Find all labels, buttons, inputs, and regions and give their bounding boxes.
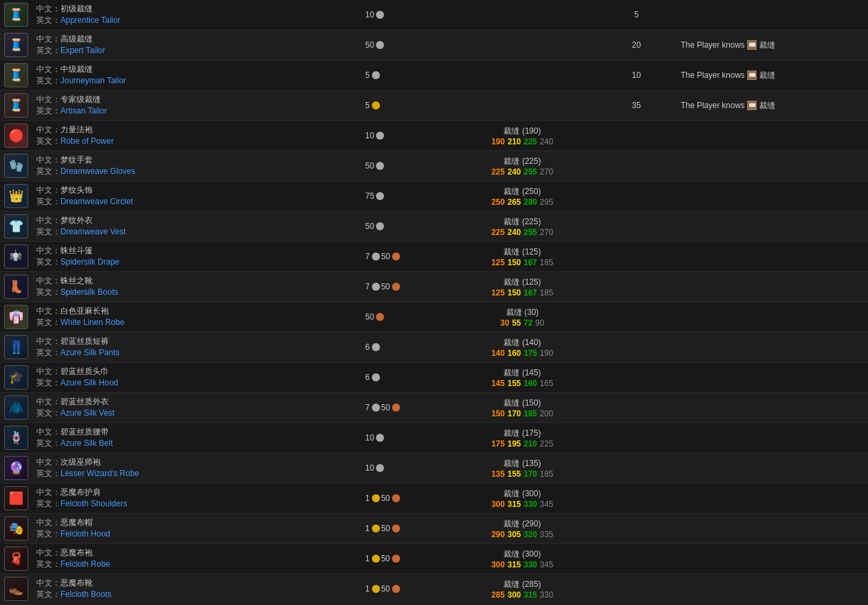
table-row[interactable]: 🧵中文：初级裁缝英文：Apprentice Tailor105 [0,0,868,30]
en-label: 英文： [36,197,60,206]
skill-number: 150 [508,288,521,297]
skill-number: 190 [491,137,505,146]
skill-numbers: 290305320335 [452,530,592,539]
table-row[interactable]: 🪢中文：碧蓝丝质腰带英文：Azure Silk Belt10裁缝 (175)17… [0,423,868,453]
skill-cell: 裁缝 (30)30557290 [448,302,596,332]
table-row[interactable]: 🧵中文：中级裁缝英文：Journeyman Tailor510The Playe… [0,60,868,91]
en-label: 英文： [36,227,60,236]
item-icon-cell: 👞 [0,574,32,604]
skill-number: 55 [512,318,521,328]
gold-coin-icon [372,494,380,502]
skill-cell: 裁缝 (190)190210225240 [448,121,596,151]
cn-name: 碧蓝丝质腰带 [60,427,109,436]
skill-header: 裁缝 (30) [452,307,592,318]
skill-number: 175 [491,439,505,449]
notes-cell: The Player knows📖 裁缝 [677,91,868,121]
skill-number: 150 [508,258,521,267]
skill-number: 255 [524,228,537,237]
copper-coin-icon [392,585,400,593]
notes-cell [677,453,868,483]
table-row[interactable]: 👖中文：碧蓝丝质短裤英文：Azure Silk Pants6裁缝 (140)14… [0,332,868,363]
en-name: Journeyman Tailor [60,76,126,85]
cn-label: 中文： [36,397,60,406]
cn-label: 中文： [36,4,60,13]
table-row[interactable]: 🧥中文：碧蓝丝质外衣英文：Azure Silk Vest7 50裁缝 (150)… [0,393,868,423]
item-icon: 🧵 [4,93,28,118]
table-row[interactable]: 🧵中文：专家级裁缝英文：Artisan Tailor535The Player … [0,91,868,121]
table-row[interactable]: 👘中文：白色亚麻长袍英文：White Linen Robe50裁缝 (30)30… [0,302,868,332]
skill-numbers: 190210225240 [452,137,592,146]
cn-label: 中文： [36,306,60,316]
player-knows-text: The Player knows [681,101,744,110]
skill-cell [448,30,596,60]
table-row[interactable]: 🧣中文：恶魔布袍英文：Felcloth Robe1 50裁缝 (300)3003… [0,544,868,574]
notes-cell [677,212,868,242]
skill-cell: 裁缝 (175)175195210225 [448,423,596,453]
notes-cell [677,544,868,574]
skill-number: 225 [540,439,553,449]
skill-number: 265 [508,197,521,207]
item-name-cell: 中文：碧蓝丝质头巾英文：Azure Silk Hood [32,363,361,393]
en-name: Dreamweave Vest [60,227,126,236]
player-knows-text: The Player knows [681,71,744,80]
table-row[interactable]: 🎓中文：碧蓝丝质头巾英文：Azure Silk Hood6裁缝 (145)145… [0,363,868,393]
skill-header: 裁缝 (190) [452,126,592,137]
en-label: 英文： [36,257,60,267]
table-row[interactable]: 👢中文：蛛丝之靴英文：Spidersilk Boots7 50裁缝 (125)1… [0,272,868,302]
copper-coin-icon [376,313,384,321]
table-row[interactable]: 👑中文：梦纹头饰英文：Dreamweave Circlet75裁缝 (250)2… [0,181,868,212]
copper-coin-icon [392,494,400,502]
table-row[interactable]: 🧤中文：梦纹手套英文：Dreamweave Gloves50裁缝 (225)22… [0,151,868,181]
skill-cell: 裁缝 (225)225240255270 [448,212,596,242]
avail-cell [596,242,677,272]
item-icon: 🧤 [4,154,28,178]
skill-numbers: 250265280295 [452,197,592,207]
table-row[interactable]: 🧵中文：高级裁缝英文：Expert Tailor5020The Player k… [0,30,868,60]
cost-value: 5 [365,101,380,110]
item-icon-cell: 🧤 [0,151,32,181]
skill-header: 裁缝 (145) [452,367,592,379]
table-row[interactable]: 🎭中文：恶魔布帽英文：Felcloth Hood1 50裁缝 (290)2903… [0,514,868,544]
avail-cell [596,483,677,514]
en-label: 英文： [36,408,60,418]
cn-label: 中文： [36,276,60,285]
table-row[interactable]: 🔮中文：次级巫师袍英文：Lesser Wizard's Robe10裁缝 (13… [0,453,868,483]
table-row[interactable]: 🔴中文：力量法袍英文：Robe of Power10裁缝 (190)190210… [0,121,868,151]
skill-header: 裁缝 (125) [452,277,592,288]
copper-coin-icon [392,252,400,261]
skill-header: 裁缝 (140) [452,337,592,348]
skill-number: 335 [540,530,553,539]
item-icon: 👞 [4,577,28,601]
en-label: 英文： [36,469,60,478]
silver-coin-icon [376,11,384,19]
skill-number: 305 [508,530,521,539]
skill-number: 330 [540,590,553,600]
item-name-cell: 中文：专家级裁缝英文：Artisan Tailor [32,91,361,121]
item-icon-cell: 👕 [0,212,32,242]
item-icon-cell: 🟥 [0,483,32,514]
silver-coin-icon [372,373,380,381]
gold-coin-icon [372,585,380,593]
en-name: White Linen Robe [60,318,124,327]
skill-header: 裁缝 (290) [452,518,592,530]
table-row[interactable]: 🕷中文：蛛丝斗篷英文：Spidersilk Drape7 50裁缝 (125)1… [0,242,868,272]
cost-cell: 75 [361,181,448,212]
skill-number: 330 [524,500,537,509]
skill-number: 210 [524,439,537,449]
player-knows-text: The Player knows [681,40,744,50]
table-row[interactable]: 👞中文：恶魔布靴英文：Felcloth Boots1 50裁缝 (285)285… [0,574,868,604]
skill-number: 315 [508,500,521,509]
copper-coin-icon [392,404,400,412]
skill-number: 295 [540,197,553,207]
cn-name: 次级巫师袍 [60,457,101,467]
table-row[interactable]: 👕中文：梦纹外衣英文：Dreamweave Vest50裁缝 (225)2252… [0,212,868,242]
skill-number: 270 [540,228,553,237]
skill-number: 225 [524,137,537,146]
skill-cell: 裁缝 (140)140160175190 [448,332,596,363]
skill-number: 315 [508,560,521,569]
skill-numbers: 225240255270 [452,228,592,237]
skill-cell [448,91,596,121]
item-icon: 👖 [4,335,28,359]
skill-numbers: 145155160165 [452,379,592,388]
table-row[interactable]: 🟥中文：恶魔布护肩英文：Felcloth Shoulders1 50裁缝 (30… [0,483,868,514]
